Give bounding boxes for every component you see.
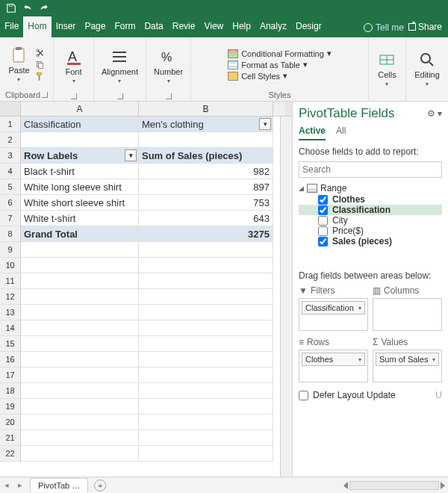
save-icon[interactable]	[6, 3, 16, 13]
update-button[interactable]: U	[435, 390, 442, 400]
tab-file[interactable]: File	[0, 16, 23, 37]
cut-icon[interactable]	[34, 48, 46, 58]
alignment-button[interactable]: Alignment ▾	[100, 46, 140, 86]
font-button[interactable]: A Font ▾	[63, 46, 84, 86]
copy-icon[interactable]	[34, 60, 46, 70]
tab-data[interactable]: Data	[140, 16, 167, 37]
share-button[interactable]: Share	[408, 22, 442, 32]
defer-layout-checkbox[interactable]	[299, 391, 308, 400]
add-sheet-button[interactable]: +	[94, 480, 106, 492]
vertical-scrollbar[interactable]	[280, 117, 292, 477]
row-header[interactable]: 10	[0, 258, 21, 273]
cell[interactable]	[139, 352, 273, 368]
pane-tab-active[interactable]: Active	[299, 125, 326, 140]
tab-analyze[interactable]: Analyz	[255, 16, 291, 37]
cell[interactable]: Black t-shirt	[21, 164, 139, 179]
field-price-checkbox[interactable]	[318, 226, 328, 236]
redo-icon[interactable]	[39, 3, 49, 13]
cell[interactable]	[21, 242, 139, 258]
cell[interactable]	[139, 132, 273, 148]
scroll-left-icon[interactable]	[343, 482, 348, 489]
number-button[interactable]: % Number ▾	[152, 46, 184, 86]
tab-view[interactable]: View	[199, 16, 228, 37]
sheet-nav-next-icon[interactable]: ▸	[13, 480, 27, 490]
field-range-node[interactable]: ◢Range	[299, 182, 442, 194]
tab-formulas[interactable]: Form	[110, 16, 140, 37]
cell[interactable]: 643	[139, 211, 273, 226]
filter-dropdown-icon[interactable]: ▾	[259, 118, 271, 130]
cell[interactable]	[139, 273, 273, 289]
tab-insert[interactable]: Inser	[52, 16, 81, 37]
cell[interactable]	[139, 399, 273, 415]
row-header[interactable]: 4	[0, 164, 21, 179]
tab-help[interactable]: Help	[228, 16, 255, 37]
field-city[interactable]: City	[299, 215, 442, 226]
alignment-launcher-icon[interactable]	[117, 93, 123, 99]
cell[interactable]	[139, 368, 273, 383]
cell[interactable]	[21, 320, 139, 336]
cell-styles-button[interactable]: Cell Styles ▾	[228, 71, 332, 81]
row-header[interactable]: 22	[0, 446, 21, 462]
format-as-table-button[interactable]: Format as Table ▾	[228, 60, 332, 69]
row-header[interactable]: 7	[0, 211, 21, 226]
cells-button[interactable]: Cells ▾	[376, 49, 397, 89]
cell[interactable]	[21, 132, 139, 148]
row-header[interactable]: 20	[0, 415, 21, 430]
field-city-checkbox[interactable]	[318, 216, 328, 226]
field-search-input[interactable]	[299, 161, 442, 178]
cell[interactable]	[21, 289, 139, 305]
cell-b3[interactable]: Sum of Sales (pieces)	[139, 148, 273, 164]
cell[interactable]	[21, 258, 139, 273]
row-header[interactable]: 13	[0, 305, 21, 320]
field-sales[interactable]: Sales (pieces)	[299, 236, 442, 246]
cell[interactable]	[139, 446, 273, 462]
row-header[interactable]: 14	[0, 320, 21, 336]
row-header[interactable]: 3	[0, 148, 21, 164]
field-clothes-checkbox[interactable]	[318, 195, 328, 205]
row-header[interactable]: 12	[0, 289, 21, 305]
tab-design[interactable]: Desigr	[291, 16, 326, 37]
cell[interactable]	[139, 289, 273, 305]
cell[interactable]: White long sleeve shirt	[21, 179, 139, 195]
select-all-corner[interactable]	[0, 102, 21, 116]
col-header-a[interactable]: A	[21, 102, 139, 116]
cell[interactable]	[139, 430, 273, 446]
cell-a1[interactable]: Classification	[21, 117, 139, 132]
cell-a3[interactable]: Row Labels▾	[21, 148, 139, 164]
field-classification-checkbox[interactable]	[318, 205, 328, 215]
cell[interactable]	[21, 430, 139, 446]
tell-me[interactable]: Tell me	[364, 22, 404, 33]
cell[interactable]: Grand Total	[21, 226, 139, 242]
cell[interactable]	[139, 258, 273, 273]
scroll-right-icon[interactable]	[441, 482, 445, 489]
cell[interactable]	[21, 336, 139, 352]
columns-dropzone[interactable]	[373, 298, 442, 331]
row-header[interactable]: 11	[0, 273, 21, 289]
cell[interactable]: 3275	[139, 226, 273, 242]
cell[interactable]	[139, 415, 273, 430]
paste-button[interactable]: Paste ▾	[7, 45, 31, 84]
undo-icon[interactable]	[22, 3, 33, 13]
pane-settings-icon[interactable]: ⚙ ▾	[427, 108, 442, 119]
rows-dropzone[interactable]: Clothes▾	[299, 350, 368, 382]
grid[interactable]: 1 Classification Men's clothing▾ 2 3 Row…	[0, 117, 280, 477]
cell[interactable]: 982	[139, 164, 273, 179]
row-header[interactable]: 6	[0, 195, 21, 211]
tab-review[interactable]: Revie	[168, 16, 200, 37]
cell[interactable]	[21, 446, 139, 462]
cell[interactable]	[139, 242, 273, 258]
cell-b1[interactable]: Men's clothing▾	[139, 117, 273, 132]
cell[interactable]: 897	[139, 179, 273, 195]
field-classification[interactable]: Classification	[299, 205, 442, 215]
cell[interactable]	[21, 415, 139, 430]
cell[interactable]	[21, 399, 139, 415]
cell[interactable]	[21, 383, 139, 399]
row-header[interactable]: 18	[0, 383, 21, 399]
tab-home[interactable]: Hom	[23, 16, 51, 37]
cell[interactable]: White short sleeve shirt	[21, 195, 139, 211]
row-header[interactable]: 19	[0, 399, 21, 415]
rowlabels-dropdown-icon[interactable]: ▾	[125, 149, 137, 161]
row-header[interactable]: 1	[0, 117, 21, 132]
col-header-b[interactable]: B	[139, 102, 273, 116]
values-chip-sum[interactable]: Sum of Sales▾	[376, 353, 439, 366]
